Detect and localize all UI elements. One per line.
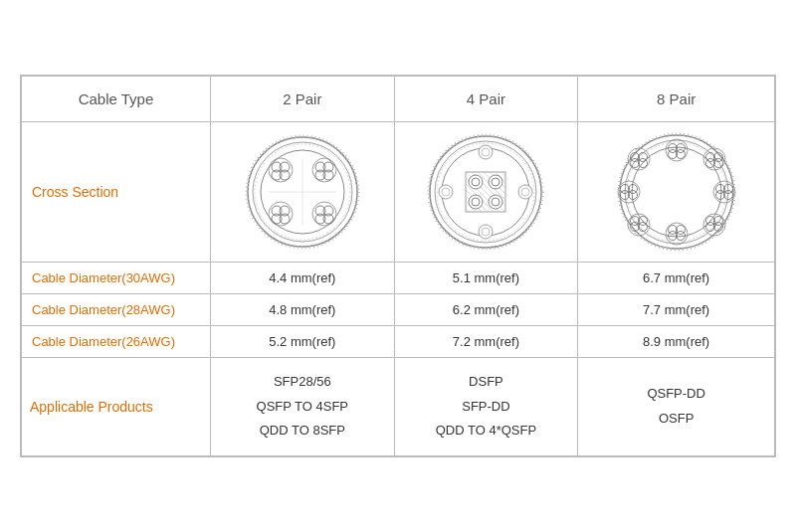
svg-line-43 [466,208,470,212]
svg-point-57 [479,225,493,239]
svg-point-22 [315,214,325,224]
applicable-label: Applicable Products [22,357,211,455]
diameter-26awg-val3: 8.9 mm(ref) [578,325,775,357]
svg-point-20 [315,206,325,216]
diameter-26awg-row: Cable Diameter(26AWG) 5.2 mm(ref) 7.2 mm… [22,325,775,357]
cross-section-4pair [394,121,578,262]
applicable-val3: QSFP-DD OSFP [578,357,775,455]
main-table-wrapper: Cable Type 2 Pair 4 Pair 8 Pair Cross Se… [20,75,776,457]
header-4pair: 4 Pair [394,76,578,121]
cable-diagram-2pair [221,132,384,252]
svg-point-16 [280,206,290,216]
diameter-30awg-label: Cable Diameter(30AWG) [22,262,211,293]
svg-point-53 [479,145,493,159]
svg-line-44 [501,172,505,176]
header-row: Cable Type 2 Pair 4 Pair 8 Pair [22,76,775,121]
diameter-26awg-val2: 7.2 mm(ref) [394,325,578,357]
cable-diagram-4pair [405,132,568,252]
svg-point-17 [272,214,282,224]
diameter-30awg-val2: 5.1 mm(ref) [394,262,578,293]
svg-point-7 [272,170,282,180]
diameter-26awg-val1: 5.2 mm(ref) [211,325,395,357]
diameter-28awg-label: Cable Diameter(28AWG) [22,293,211,325]
applicable-val2: DSFP SFP-DD QDD TO 4*QSFP [394,357,578,455]
svg-point-45 [469,175,483,189]
cable-diagram-8pair [588,132,764,252]
diameter-28awg-val1: 4.8 mm(ref) [211,293,395,325]
svg-point-55 [518,185,532,199]
header-8pair: 8 Pair [578,76,775,121]
diameter-28awg-val2: 6.2 mm(ref) [394,293,578,325]
svg-point-49 [469,195,483,209]
svg-point-10 [315,162,325,172]
svg-point-12 [315,170,325,180]
diameter-30awg-row: Cable Diameter(30AWG) 4.4 mm(ref) 5.1 mm… [22,262,775,293]
svg-point-13 [323,170,333,180]
svg-point-64 [627,142,726,242]
svg-point-47 [489,175,502,189]
svg-point-5 [272,162,282,172]
diameter-28awg-val3: 7.7 mm(ref) [578,293,775,325]
cross-section-2pair [211,121,395,262]
applicable-val1: SFP28/56 QSFP TO 4SFP QDD TO 8SFP [211,357,395,455]
svg-point-11 [323,162,333,172]
header-cable-type: Cable Type [22,76,211,121]
header-2pair: 2 Pair [211,76,395,121]
svg-point-23 [323,214,333,224]
diameter-30awg-val1: 4.4 mm(ref) [211,262,395,293]
cross-section-label: Cross Section [22,121,211,262]
cross-section-8pair [578,121,775,262]
svg-point-6 [280,162,290,172]
svg-point-21 [323,206,333,216]
svg-point-59 [439,185,453,199]
svg-point-8 [280,170,290,180]
diameter-30awg-val3: 6.7 mm(ref) [578,262,775,293]
diameter-28awg-row: Cable Diameter(28AWG) 4.8 mm(ref) 6.2 mm… [22,293,775,325]
svg-point-18 [280,214,290,224]
applicable-products-row: Applicable Products SFP28/56 QSFP TO 4SF… [22,357,775,455]
cross-section-row: Cross Section [22,121,775,262]
svg-point-15 [272,206,282,216]
svg-point-51 [489,195,502,209]
diameter-26awg-label: Cable Diameter(26AWG) [22,325,211,357]
